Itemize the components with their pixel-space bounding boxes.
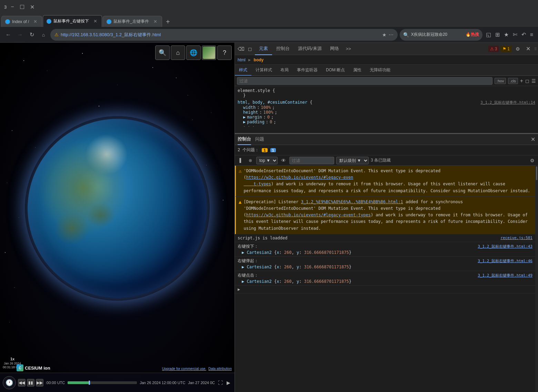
style-tab-properties[interactable]: 属性 [349, 65, 366, 76]
step-forward-button[interactable]: ▶▶ [36, 379, 43, 386]
cesium-home-button[interactable]: ⌂ [171, 45, 185, 60]
menu-icon[interactable]: ≡ [529, 30, 535, 39]
issues-tab[interactable]: 问题 [255, 134, 264, 145]
maximize-icon[interactable]: ☐ [20, 4, 24, 10]
breadcrumb-body[interactable]: body [254, 58, 264, 62]
grid-icon[interactable]: ⊞ [494, 30, 501, 39]
tab-close-2[interactable]: ✕ [92, 18, 98, 24]
timeline-track[interactable] [68, 381, 137, 384]
new-tab-button[interactable]: + [163, 17, 173, 27]
add-style-button[interactable]: + [520, 78, 523, 84]
console-level-select[interactable]: 默认级别 ▼ [336, 157, 369, 164]
tab-close-1[interactable]: ✕ [32, 19, 38, 24]
console-no-log-button[interactable]: ⊗ [247, 157, 254, 164]
cesium-timeline: 🕐 ◀◀ ▮▮ ▶▶ :00:00 UTC Jan 26 [0, 373, 235, 392]
right-click-obj[interactable]: ▶ Cartesian2 {x: 260, y: 316.66668701171… [238, 279, 532, 284]
earth-globe [28, 119, 207, 298]
tab-index-of[interactable]: 🌐 Index of / ✕ [1, 16, 42, 27]
breadcrumb-html[interactable]: html [238, 58, 246, 62]
console-settings-button[interactable]: ⚙ [528, 157, 536, 164]
console-bottom-arrow[interactable]: ▶ [235, 286, 535, 293]
css-main-block: html, body, #cesiumContainer { 3_1.2_鼠标右… [238, 100, 535, 129]
upgrade-link[interactable]: Upgrade for commercial use. [162, 367, 206, 371]
title-bar: 3 − ☐ ✕ [0, 0, 538, 14]
filter-cls-button[interactable]: .cls [508, 78, 518, 84]
home-button[interactable]: ⌂ [39, 30, 48, 40]
devtools-tab-network[interactable]: 网络 [326, 43, 343, 55]
console-tab[interactable]: 控制台 [238, 134, 251, 145]
console-issues-header: 控制台 问题 ✕ [235, 134, 538, 145]
history-icon[interactable]: ↶ [520, 30, 527, 39]
data-attribution-link[interactable]: Data attribution [208, 367, 232, 371]
search-text[interactable]: X疾病比新冠致命20 [411, 32, 464, 38]
forward-button[interactable]: → [15, 30, 25, 40]
vr-button[interactable]: ▶ [225, 379, 232, 386]
time-center: Jan 26 2024 12:00:00 UTC [140, 381, 185, 385]
console-filter-input[interactable] [289, 157, 334, 164]
console-context-select[interactable]: top ▼ [256, 157, 278, 164]
devtools-tab-sources[interactable]: 源代码/来源 [294, 43, 326, 55]
devtools-pin-icon[interactable]: ⌫ [236, 46, 246, 52]
star-toolbar-icon[interactable]: ★ [502, 30, 510, 39]
style-tab-computed[interactable]: 计算样式 [251, 65, 276, 76]
console-clear-button[interactable]: ▋ [237, 157, 245, 164]
cesium-terrain-button[interactable] [202, 45, 216, 60]
address-text[interactable]: http://192.168.3.51:8080/3_1.2_鼠标右键事件.ht… [61, 32, 380, 38]
style-tab-styles[interactable]: 样式 [235, 65, 251, 76]
tab-right-mouse-active[interactable]: 🌐 鼠标事件_右键按下 ✕ [43, 15, 102, 27]
styles-more-button[interactable]: ☰ [531, 78, 536, 84]
back-button[interactable]: ← [3, 30, 13, 40]
tab-title-2: 鼠标事件_右键按下 [53, 18, 89, 24]
step-back-button[interactable]: ◀◀ [18, 379, 26, 386]
msg-content-2: [Deprecation] Listener 3_1.2_%E9%BC%A0%E… [243, 199, 532, 232]
devtools-tab-elements[interactable]: 元素 [255, 43, 272, 55]
errors-badge: ⚠ 3 [488, 46, 499, 52]
styles-filter-input[interactable] [237, 77, 492, 85]
style-tab-accessibility[interactable]: 无障碍功能 [366, 65, 395, 76]
msg-content-loaded: script.js is loadded [238, 236, 498, 240]
style-tab-dom-breakpoints[interactable]: DOM 断点 [322, 65, 349, 76]
console-close-button[interactable]: ✕ [531, 136, 535, 143]
css-source-main[interactable]: 3_1.2_鼠标右键事件.html:14 [480, 100, 535, 105]
cesium-help-button[interactable]: ? [217, 45, 232, 60]
cesium-globe-button[interactable]: 🌐 [186, 45, 201, 60]
fullscreen-button[interactable]: ⛶ [217, 379, 224, 386]
style-tab-layout[interactable]: 布局 [276, 65, 293, 76]
reload-button[interactable]: ↻ [27, 30, 37, 40]
play-button[interactable]: ▮▮ [27, 379, 34, 386]
msg-source-right-click[interactable]: 3_1.2_鼠标右键事件.html:49 [478, 273, 532, 278]
msg-source-loaded[interactable]: receive.js:501 [500, 236, 532, 240]
cesium-search-button[interactable]: 🔍 [155, 45, 170, 60]
tab-favicon-1: 🌐 [5, 19, 10, 24]
devtools-inspector-icon[interactable]: ◻ [247, 46, 253, 52]
link-file-1[interactable]: 3_1.2_%E9%BC%A0%E6%A..%8B%E4%BB%B6.html:… [301, 199, 403, 204]
filter-hov-button[interactable]: :hov [495, 78, 506, 84]
minimize-icon[interactable]: − [11, 4, 14, 10]
close-icon[interactable]: ✕ [30, 4, 34, 10]
msg-source-right-down[interactable]: 3_1.2_鼠标右键事件.html:43 [478, 244, 532, 249]
new-style-rule-button[interactable]: ◻ [525, 78, 529, 84]
devtools-close-button[interactable]: ✕ [524, 44, 532, 53]
devtools-more-tabs[interactable]: >> [343, 43, 354, 55]
devtools-tab-console[interactable]: 控制台 [272, 43, 294, 55]
bookmark-icon[interactable]: ★ [382, 32, 387, 38]
timeline-bar: :00:00 UTC Jan 26 2024 12:00:00 UTC Jan … [46, 381, 215, 385]
search-bar: 🔍 X疾病比新冠致命20 🔥热搜 [400, 29, 482, 41]
msg-source-right-up[interactable]: 3_1.2_鼠标右键事件.html:46 [478, 258, 532, 264]
tab-favicon-3: 🌐 [107, 19, 111, 24]
devtools-settings-button[interactable]: ⚙ [513, 44, 522, 53]
console-eye-button[interactable]: 👁 [280, 157, 287, 164]
right-up-obj[interactable]: ▶ Cartesian2 {x: 260, y: 316.66668701171… [238, 265, 532, 269]
playback-controls: ◀◀ ▮▮ ▶▶ [18, 379, 43, 386]
toolbar-right: ◱ ⊞ ★ ✄ ↶ ≡ [485, 30, 535, 39]
right-up-label: 右键弹起： [238, 258, 258, 264]
tab-left-mouse[interactable]: 🌐 鼠标事件_左键事件 ✕ [103, 16, 162, 27]
style-tab-event-listeners[interactable]: 事件监听器 [293, 65, 322, 76]
more-options-icon[interactable]: ⋯ [389, 32, 393, 38]
link-w3c-2[interactable]: https://w3c.github.io/uievents/#legacy-e… [246, 213, 371, 217]
console-scrollbar[interactable] [535, 166, 538, 392]
extensions-icon[interactable]: ◱ [485, 30, 492, 39]
tab-close-3[interactable]: ✕ [152, 19, 158, 24]
scissors-icon[interactable]: ✄ [511, 30, 519, 39]
right-down-obj[interactable]: ▶ Cartesian2 {x: 260, y: 316.66668701171… [238, 250, 532, 255]
